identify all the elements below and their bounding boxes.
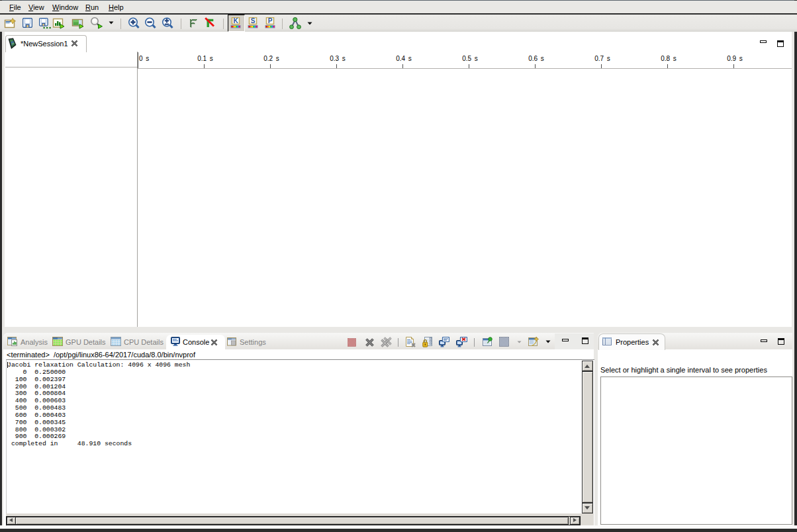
svg-text:P: P xyxy=(268,17,273,24)
svg-text:K: K xyxy=(233,17,238,24)
svg-text:S: S xyxy=(251,17,256,24)
